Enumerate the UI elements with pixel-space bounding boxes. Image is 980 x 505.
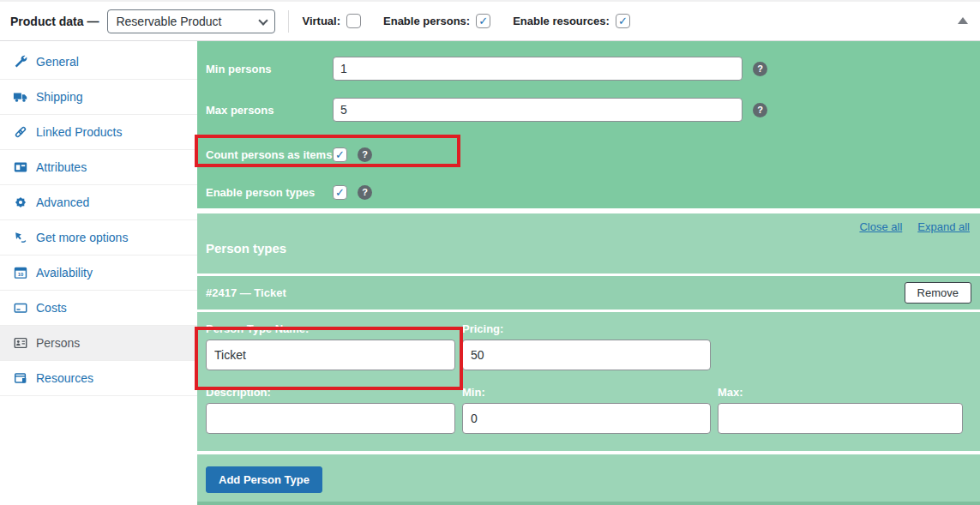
expand-all-link[interactable]: Expand all (917, 220, 970, 233)
description-input[interactable] (206, 403, 455, 434)
person-type-name-label: Person Type Name: (206, 322, 455, 335)
gear-icon (13, 195, 28, 210)
enable-resources-checkbox-group: Enable resources: (513, 14, 630, 28)
resources-icon (13, 370, 28, 386)
pricing-input[interactable] (462, 340, 711, 370)
sidebar-item-advanced[interactable]: Advanced (0, 185, 197, 220)
page-title: Product data — (10, 15, 99, 28)
description-field: Description: (206, 386, 455, 434)
sidebar-item-get-more-options[interactable]: Get more options (0, 220, 197, 256)
costs-icon (13, 300, 28, 316)
person-types-header-section: Close all Expand all Person types (197, 213, 980, 274)
person-type-entry-header[interactable]: #2417 — Ticket Remove (197, 276, 980, 310)
sidebar-item-label: Resources (36, 371, 93, 385)
plugin-icon (13, 230, 28, 245)
sidebar-item-label: Linked Products (36, 125, 122, 139)
min-persons-row: Min persons ? (206, 57, 971, 81)
sidebar-item-label: Attributes (36, 160, 87, 174)
description-label: Description: (206, 386, 455, 399)
max-input[interactable] (718, 403, 963, 434)
virtual-checkbox-group: Virtual: (302, 14, 361, 28)
person-type-entry-title: #2417 — Ticket (206, 286, 286, 299)
min-input[interactable] (462, 403, 711, 434)
sidebar-item-label: Advanced (36, 195, 89, 209)
enable-resources-checkbox[interactable] (616, 14, 630, 28)
help-icon[interactable]: ? (753, 103, 767, 117)
enable-persons-checkbox-group: Enable persons: (383, 14, 490, 28)
truck-icon (13, 89, 28, 105)
collapse-panel-icon[interactable] (958, 17, 968, 24)
person-type-fields-section: Person Type Name: Pricing: Description: … (197, 312, 980, 451)
sidebar-item-label: Get more options (36, 231, 128, 244)
enable-persons-label: Enable persons: (383, 15, 470, 27)
product-type-select-wrap: Reservable Product (99, 9, 275, 33)
count-persons-label: Count persons as items (206, 148, 333, 161)
help-icon[interactable]: ? (358, 147, 372, 162)
count-persons-row: Count persons as items ? (206, 142, 971, 166)
virtual-label: Virtual: (302, 15, 340, 27)
max-persons-input[interactable] (333, 98, 743, 122)
enable-person-types-label: Enable person types (206, 186, 333, 199)
max-field: Max: (718, 386, 963, 434)
divider (288, 10, 289, 33)
sidebar-item-persons[interactable]: Persons (0, 326, 197, 361)
max-persons-label: Max persons (206, 104, 333, 117)
add-person-type-button[interactable]: Add Person Type (206, 466, 322, 493)
sidebar-item-label: Shipping (36, 90, 83, 104)
sidebar-item-availability[interactable]: 10 Availability (0, 256, 197, 291)
person-types-title: Person types (206, 241, 970, 256)
min-field: Min: (462, 386, 711, 434)
sidebar-item-attributes[interactable]: Attributes (0, 150, 197, 185)
min-label: Min: (462, 386, 711, 399)
min-persons-input[interactable] (333, 57, 743, 81)
help-icon[interactable]: ? (358, 185, 372, 200)
product-data-body: General Shipping Linked Products Attribu… (0, 41, 980, 505)
sidebar-item-resources[interactable]: Resources (0, 361, 197, 396)
link-icon (13, 124, 28, 140)
max-label: Max: (718, 386, 963, 399)
calendar-icon: 10 (13, 265, 28, 280)
virtual-checkbox[interactable] (346, 14, 361, 28)
svg-text:10: 10 (18, 272, 24, 277)
product-data-header: Product data — Reservable Product Virtua… (0, 2, 980, 41)
product-type-select[interactable]: Reservable Product (107, 9, 275, 33)
close-all-link[interactable]: Close all (859, 220, 902, 233)
product-data-metabox: Product data — Reservable Product Virtua… (0, 0, 980, 505)
panel-bottom-edge (197, 502, 980, 505)
sidebar-item-label: Persons (36, 336, 80, 350)
person-types-footer: Add Person Type (197, 454, 980, 505)
sidebar-item-shipping[interactable]: Shipping (0, 80, 197, 115)
enable-person-types-checkbox[interactable] (333, 185, 347, 200)
count-persons-checkbox[interactable] (333, 147, 347, 162)
person-type-name-input[interactable] (206, 340, 455, 370)
sidebar-item-label: General (36, 55, 79, 69)
min-persons-label: Min persons (206, 63, 333, 75)
person-type-name-field: Person Type Name: (206, 322, 455, 370)
remove-person-type-button[interactable]: Remove (905, 282, 971, 304)
enable-resources-label: Enable resources: (513, 15, 610, 27)
spacer-cell (718, 322, 963, 370)
persons-icon (13, 335, 28, 351)
pricing-field: Pricing: (462, 322, 711, 370)
persons-panel: Min persons ? Max persons ? Count person… (197, 41, 980, 505)
persons-options-section: Min persons ? Max persons ? Count person… (197, 41, 980, 208)
sidebar-item-costs[interactable]: Costs (0, 291, 197, 326)
max-persons-row: Max persons ? (206, 98, 971, 122)
enable-persons-checkbox[interactable] (476, 14, 490, 28)
sidebar-item-label: Availability (36, 266, 93, 280)
sidebar-item-label: Costs (36, 301, 67, 315)
sidebar-item-general[interactable]: General (0, 45, 197, 80)
help-icon[interactable]: ? (753, 62, 767, 76)
sidebar-item-linked-products[interactable]: Linked Products (0, 115, 197, 150)
pricing-label: Pricing: (462, 322, 711, 335)
enable-person-types-row: Enable person types ? (206, 180, 971, 204)
product-data-tabs: General Shipping Linked Products Attribu… (0, 41, 197, 505)
wrench-icon (13, 54, 28, 69)
attributes-icon (13, 159, 28, 175)
